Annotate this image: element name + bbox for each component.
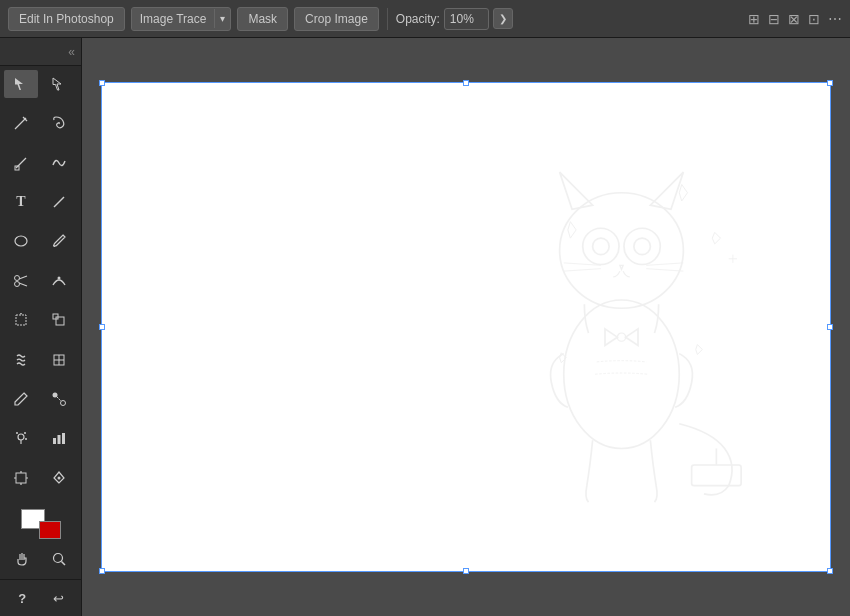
tools-grid: T [0, 66, 81, 505]
help-button[interactable]: ? [6, 584, 39, 612]
svg-rect-22 [53, 438, 56, 444]
svg-point-16 [60, 400, 65, 405]
hand-tool-button[interactable] [6, 545, 39, 573]
opacity-label: Opacity: [396, 12, 440, 26]
scissors-tool-button[interactable] [4, 267, 38, 295]
edit-photoshop-button[interactable]: Edit In Photoshop [8, 7, 125, 31]
handle-bottom-left[interactable] [99, 568, 105, 574]
svg-line-44 [646, 269, 683, 271]
pencil-tool-button[interactable] [4, 109, 38, 137]
handle-top-middle[interactable] [463, 80, 469, 86]
svg-point-37 [624, 228, 660, 264]
scale-tool-button[interactable] [42, 306, 76, 334]
artboard-icon[interactable]: ⊞ [748, 11, 760, 27]
ellipse-tool-button[interactable] [4, 227, 38, 255]
collapse-panel-button[interactable]: « [68, 45, 75, 59]
type-tool-button[interactable]: T [4, 188, 38, 216]
svg-point-21 [25, 438, 27, 440]
svg-point-18 [18, 434, 24, 440]
zoom-tool-button[interactable] [43, 545, 76, 573]
pen-tool-button[interactable] [42, 464, 76, 492]
image-trace-label[interactable]: Image Trace [132, 8, 215, 30]
svg-point-33 [560, 193, 684, 309]
svg-point-45 [564, 300, 680, 449]
svg-marker-40 [620, 265, 623, 269]
smooth-tool-button[interactable] [42, 149, 76, 177]
direct-select-tool-button[interactable] [42, 70, 76, 98]
select-tool-button[interactable] [4, 70, 38, 98]
handle-bottom-middle[interactable] [463, 568, 469, 574]
free-transform-tool-button[interactable] [4, 306, 38, 334]
svg-point-30 [57, 476, 60, 479]
svg-rect-23 [57, 435, 60, 444]
svg-point-5 [15, 281, 20, 286]
crop-image-button[interactable]: Crop Image [294, 7, 379, 31]
line-tool-button[interactable] [42, 188, 76, 216]
svg-point-15 [52, 392, 57, 397]
svg-line-32 [61, 562, 65, 566]
image-trace-dropdown[interactable]: Image Trace ▾ [131, 7, 232, 31]
curvature-tool-button[interactable] [42, 267, 76, 295]
svg-rect-10 [56, 317, 64, 325]
svg-point-38 [593, 238, 610, 255]
paintbrush-tool-button[interactable] [42, 227, 76, 255]
tools-panel: « T [0, 38, 82, 616]
tools-header: « [0, 38, 81, 66]
graph-tool-button[interactable] [42, 424, 76, 452]
mesh-tool-button[interactable] [42, 346, 76, 374]
more-options-icon[interactable]: ⋯ [828, 11, 842, 27]
svg-marker-47 [626, 329, 638, 346]
canvas-area[interactable] [82, 38, 850, 616]
undo-button[interactable]: ↩ [43, 584, 76, 612]
svg-rect-9 [16, 315, 26, 325]
color-swatch-area [21, 509, 61, 539]
svg-rect-25 [16, 473, 26, 483]
svg-point-19 [16, 432, 18, 434]
svg-line-2 [54, 197, 64, 207]
handle-middle-left[interactable] [99, 324, 105, 330]
tools-question-area: ? ↩ [0, 579, 81, 616]
anchor-tool-button[interactable] [4, 149, 38, 177]
opacity-chevron[interactable]: ❯ [493, 8, 513, 29]
svg-line-42 [564, 269, 601, 271]
symbol-sprayer-tool-button[interactable] [4, 424, 38, 452]
svg-line-43 [646, 263, 683, 265]
background-color-swatch[interactable] [39, 521, 61, 539]
tools-undo-area [0, 543, 81, 579]
opacity-control: Opacity: ❯ [396, 8, 513, 30]
warp-tool-button[interactable] [4, 346, 38, 374]
align-center-icon[interactable]: ⊠ [788, 11, 800, 27]
handle-middle-right[interactable] [827, 324, 833, 330]
handle-top-left[interactable] [99, 80, 105, 86]
lasso-tool-button[interactable] [42, 109, 76, 137]
toolbar-right-icons: ⊞ ⊟ ⊠ ⊡ ⋯ [748, 11, 842, 27]
mask-button[interactable]: Mask [237, 7, 288, 31]
toolbar-separator-1 [387, 8, 388, 30]
svg-point-36 [583, 228, 619, 264]
canvas-frame [101, 82, 831, 572]
svg-marker-35 [650, 172, 683, 209]
handle-bottom-right[interactable] [827, 568, 833, 574]
align-left-icon[interactable]: ⊟ [768, 11, 780, 27]
svg-point-39 [634, 238, 651, 255]
artboard-tool-button[interactable] [4, 464, 38, 492]
svg-point-3 [15, 236, 27, 246]
opacity-input[interactable] [444, 8, 489, 30]
cat-illustration [440, 103, 770, 563]
svg-rect-49 [692, 465, 742, 486]
svg-point-8 [57, 276, 60, 279]
svg-point-20 [24, 432, 26, 434]
svg-line-17 [57, 397, 61, 401]
svg-point-4 [15, 275, 20, 280]
svg-rect-24 [62, 433, 65, 444]
blend-tool-button[interactable] [42, 385, 76, 413]
svg-line-7 [19, 283, 27, 286]
svg-point-31 [53, 554, 62, 563]
handle-top-right[interactable] [827, 80, 833, 86]
svg-marker-34 [560, 172, 593, 209]
image-trace-arrow[interactable]: ▾ [214, 9, 230, 28]
align-right-icon[interactable]: ⊡ [808, 11, 820, 27]
eyedropper-tool-button[interactable] [4, 385, 38, 413]
svg-line-6 [19, 276, 27, 279]
toolbar: Edit In Photoshop Image Trace ▾ Mask Cro… [0, 0, 850, 38]
